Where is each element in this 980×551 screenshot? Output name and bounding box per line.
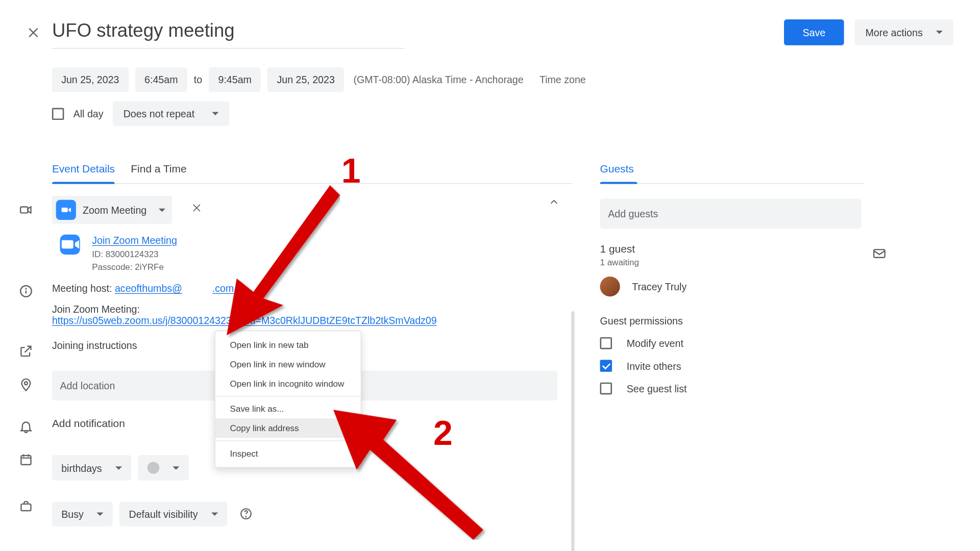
- context-menu-item[interactable]: Open link in new tab: [215, 335, 361, 355]
- guest-item[interactable]: Tracey Truly: [600, 277, 887, 296]
- availability-select[interactable]: Busy: [52, 502, 113, 527]
- save-button[interactable]: Save: [784, 19, 844, 45]
- timezone-label: (GMT-08:00) Alaska Time - Anchorage: [353, 74, 523, 85]
- start-date-picker[interactable]: Jun 25, 2023: [52, 67, 129, 92]
- divider: [215, 440, 361, 441]
- email-guests-button[interactable]: [872, 246, 887, 263]
- context-menu-item[interactable]: Open link in incognito window: [215, 374, 361, 393]
- svg-point-4: [24, 382, 28, 385]
- tab-guests[interactable]: Guests: [600, 163, 634, 183]
- perm-seelist-checkbox[interactable]: [600, 383, 612, 395]
- collapse-button[interactable]: [548, 196, 560, 211]
- svg-rect-5: [21, 456, 31, 465]
- to-label: to: [194, 74, 202, 85]
- video-camera-icon: [0, 196, 52, 217]
- guest-count-label: 1 guest: [600, 243, 887, 256]
- perm-modify-label: Modify event: [627, 338, 683, 349]
- svg-point-3: [26, 288, 26, 289]
- tab-event-details[interactable]: Event Details: [52, 163, 115, 183]
- guest-permissions-heading: Guest permissions: [600, 315, 887, 327]
- meeting-host-label: Meeting host:: [52, 283, 115, 294]
- divider: [215, 396, 361, 396]
- zoom-icon: [60, 235, 80, 255]
- repeat-label: Does not repeat: [124, 108, 194, 119]
- join-zoom-link[interactable]: Join Zoom Meeting: [92, 235, 177, 246]
- guest-awaiting-label: 1 awaiting: [600, 257, 887, 267]
- chevron-down-icon: [159, 208, 165, 212]
- context-menu-item[interactable]: Save link as...: [215, 399, 361, 418]
- context-menu-item[interactable]: Open link in new window: [215, 355, 361, 374]
- context-menu: Open link in new tab Open link in new wi…: [215, 331, 361, 468]
- conferencing-label: Zoom Meeting: [83, 204, 146, 215]
- help-icon[interactable]: [234, 502, 258, 526]
- perm-invite-label: Invite others: [627, 360, 681, 371]
- briefcase-icon: [0, 492, 52, 514]
- calendar-select-label: birthdays: [61, 462, 102, 473]
- tab-find-a-time[interactable]: Find a Time: [131, 163, 186, 183]
- svg-rect-0: [20, 207, 28, 213]
- chevron-down-icon: [97, 512, 104, 516]
- add-guests-input[interactable]: Add guests: [600, 198, 862, 229]
- repeat-select[interactable]: Does not repeat: [113, 102, 229, 126]
- end-date-picker[interactable]: Jun 25, 2023: [267, 67, 344, 92]
- meeting-host-link[interactable]: aceofthumbs@xxxxxx.com: [115, 283, 234, 294]
- join-url-label: Join Zoom Meeting:: [52, 303, 600, 314]
- calendar-icon: [0, 446, 52, 467]
- more-actions-label: More actions: [866, 27, 923, 38]
- chevron-down-icon: [115, 466, 122, 470]
- svg-rect-9: [21, 504, 31, 511]
- context-menu-item[interactable]: Inspect: [215, 444, 361, 463]
- allday-checkbox[interactable]: [52, 108, 64, 120]
- visibility-select[interactable]: Default visibility: [119, 502, 227, 527]
- bell-icon: [0, 412, 52, 434]
- svg-point-11: [246, 516, 246, 517]
- zoom-icon: [56, 200, 76, 220]
- event-title-input[interactable]: [52, 16, 405, 48]
- perm-modify-checkbox[interactable]: [600, 337, 612, 349]
- end-time-picker[interactable]: 9:45am: [209, 67, 261, 92]
- color-dot-icon: [147, 462, 159, 474]
- availability-label: Busy: [61, 509, 84, 520]
- context-menu-item-copy-link[interactable]: Copy link address: [215, 418, 361, 438]
- open-external-icon: [0, 337, 52, 359]
- calendar-select[interactable]: birthdays: [52, 455, 131, 481]
- perm-seelist-label: See guest list: [627, 383, 687, 394]
- timezone-link[interactable]: Time zone: [540, 74, 586, 85]
- remove-conferencing-button[interactable]: [187, 198, 207, 218]
- location-pin-icon: [0, 370, 52, 392]
- more-actions-button[interactable]: More actions: [855, 19, 953, 45]
- zoom-passcode-label: Passcode: 2iYRFe: [92, 262, 600, 272]
- guest-name-label: Tracey Truly: [632, 281, 687, 292]
- chevron-down-icon: [173, 466, 179, 470]
- svg-rect-27: [874, 249, 885, 258]
- perm-invite-checkbox[interactable]: [600, 360, 612, 372]
- start-time-picker[interactable]: 6:45am: [135, 67, 187, 92]
- chevron-down-icon: [212, 112, 218, 115]
- visibility-label: Default visibility: [129, 509, 198, 520]
- chevron-down-icon: [936, 31, 943, 34]
- description-icon: [0, 538, 52, 551]
- color-select[interactable]: [138, 455, 188, 481]
- avatar: [600, 277, 620, 296]
- info-icon: [0, 283, 52, 298]
- allday-label: All day: [74, 108, 104, 119]
- chevron-down-icon: [211, 512, 218, 516]
- scrollbar[interactable]: [571, 311, 575, 551]
- zoom-id-label: ID: 83000124323: [92, 249, 600, 259]
- conferencing-select[interactable]: Zoom Meeting: [52, 196, 172, 224]
- zoom-join-url-link[interactable]: https://us05web.zoom.us/j/83000124323?pw…: [52, 314, 437, 325]
- close-button[interactable]: [20, 19, 46, 45]
